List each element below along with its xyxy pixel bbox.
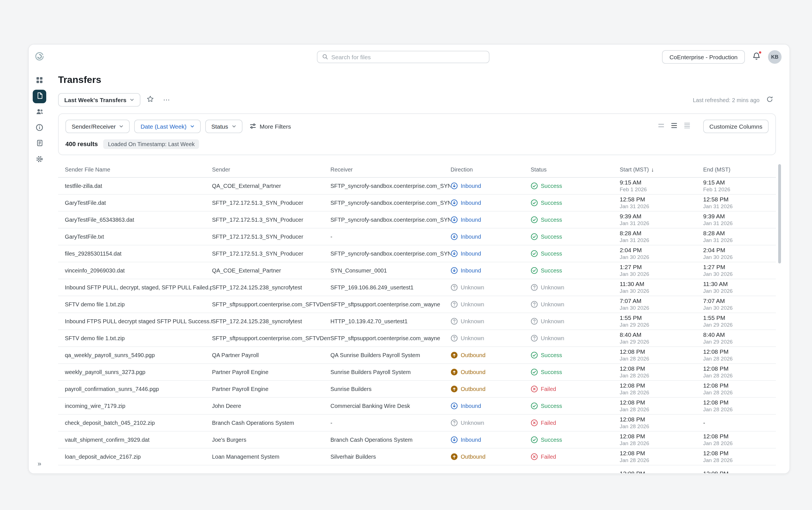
applied-filter-chip[interactable]: Loaded On Timestamp: Last Week	[103, 139, 199, 149]
table-row[interactable]: GaryTestFile.datSFTP_172.172.51.3_SYN_Pr…	[58, 195, 776, 211]
table-row[interactable]: qa_weekly_payroll_sunrs_5490.pgpQA Partn…	[58, 347, 776, 364]
table-row[interactable]: payroll_confirmation_sunrs_7446.pgpPartn…	[58, 381, 776, 398]
org-selector-button[interactable]: CoEnterprise - Production	[662, 50, 745, 64]
table-row[interactable]: GaryTestFile.txtSFTP_172.172.51.3_SYN_Pr…	[58, 228, 776, 246]
status-label: Success	[541, 267, 562, 274]
sidebar-item-info[interactable]	[33, 121, 46, 135]
search-bar[interactable]	[317, 51, 489, 63]
unknown-icon	[531, 318, 538, 325]
inbound-icon	[451, 250, 458, 257]
view-toolbar: Last Week's Transfers ⋯ Last refreshed: …	[58, 93, 776, 107]
sidebar-item-users[interactable]	[33, 106, 46, 119]
success-icon	[531, 436, 538, 444]
table-row[interactable]: loan_deposit_advice_2167.zipLoan Managem…	[58, 449, 776, 465]
cell-start: 12:08 PMJan 28 2026	[620, 450, 703, 464]
column-header-sender[interactable]: Sender	[212, 166, 330, 173]
table-row[interactable]: check_deposit_batch_045_2102.zipBranch C…	[58, 415, 776, 432]
cell-receiver: SFTP_sftpsupport.coenterprise.com_wayne	[330, 335, 451, 341]
report-icon	[36, 139, 43, 148]
cell-sender: Partner Payroll Engine	[212, 386, 330, 392]
status-label: Failed	[541, 420, 556, 426]
density-compact-button[interactable]	[684, 122, 691, 131]
column-header-start-mst[interactable]: Start (MST)↓	[620, 166, 703, 173]
status-label: Failed	[541, 386, 556, 392]
table-row[interactable]: files_29285301154.datSFTP_172.172.51.3_S…	[58, 246, 776, 262]
direction-label: Outbound	[461, 352, 485, 358]
favorite-view-button[interactable]	[144, 94, 157, 106]
table-scrollbar[interactable]	[778, 164, 781, 263]
refresh-button[interactable]	[763, 94, 776, 105]
table-row[interactable]: GaryTestFile_65343863.datSFTP_172.172.51…	[58, 211, 776, 228]
status-label: Success	[541, 369, 562, 375]
table-row[interactable]: weekly_payroll_sunrs_3273.pgpPartner Pay…	[58, 364, 776, 381]
filter-row: Sender/Receiver Date (Last Week) Status	[65, 120, 769, 133]
density-default-button[interactable]	[670, 122, 678, 131]
cell-end: 12:08 PMJan 28 2026	[703, 399, 776, 413]
avatar[interactable]: KB	[768, 50, 782, 64]
view-selector-dropdown[interactable]: Last Week's Transfers	[58, 93, 141, 107]
density-comfortable-button[interactable]	[658, 122, 665, 131]
view-more-menu-button[interactable]: ⋯	[160, 95, 173, 105]
table-row[interactable]: SFTV demo file 1.txt.zipSFTP_sftpsupport…	[58, 296, 776, 313]
cell-start: 2:04 PMJan 30 2026	[620, 247, 703, 261]
cell-end: 12:08 PMJan 28 2026	[703, 365, 776, 379]
success-icon	[531, 199, 538, 206]
cell-receiver: -	[330, 233, 451, 240]
direction-label: Unknown	[461, 301, 484, 308]
cell-sender: QA_COE_External_Partner	[212, 183, 330, 189]
file-icon	[36, 92, 43, 101]
sidebar-item-reports[interactable]	[33, 137, 46, 151]
sidebar-expand-button[interactable]: »	[37, 460, 41, 468]
cell-sender-file-name: vinceinfo_20969030.dat	[58, 267, 212, 274]
table-row[interactable]: vault_shipment_confirm_3929.datJoe's Bur…	[58, 432, 776, 449]
table-row[interactable]: Inbound SFTP PULL, decrypt, staged, SFTP…	[58, 279, 776, 296]
column-header-sender-file-name[interactable]: Sender File Name	[58, 166, 212, 173]
customize-columns-button[interactable]: Customize Columns	[703, 120, 769, 133]
failed-icon	[531, 453, 538, 460]
cell-start: 12:08 PMJan 28 2026	[620, 399, 703, 413]
cell-direction: Unknown	[451, 419, 531, 426]
sort-desc-icon[interactable]: ↓	[651, 166, 654, 173]
status-label: Success	[541, 403, 562, 409]
sidebar-item-settings[interactable]	[33, 153, 46, 166]
filter-date[interactable]: Date (Last Week)	[134, 120, 201, 133]
cell-sender-file-name: files_29285301154.dat	[58, 251, 212, 257]
sidebar-item-dashboard[interactable]	[33, 74, 46, 87]
users-icon	[35, 107, 44, 117]
filter-sender-receiver[interactable]: Sender/Receiver	[65, 120, 130, 133]
cell-sender-file-name: SFTV demo file 1.txt.zip	[58, 301, 212, 308]
search-input[interactable]	[331, 54, 484, 60]
failed-icon	[531, 419, 538, 426]
column-header-receiver[interactable]: Receiver	[330, 166, 451, 173]
cell-receiver: SFTP_syncrofy-sandbox.coenterprise.com_S…	[330, 200, 451, 206]
star-icon	[147, 95, 154, 104]
success-icon	[531, 182, 538, 190]
filter-status[interactable]: Status	[205, 120, 242, 133]
column-header-direction[interactable]: Direction	[451, 166, 531, 173]
cell-end: 12:58 PMJan 31 2026	[703, 196, 776, 210]
table-row[interactable]: SFTV demo file 1.txt.zipSFTP_sftpsupport…	[58, 330, 776, 347]
status-label: Unknown	[541, 318, 564, 324]
status-label: Unknown	[541, 301, 564, 308]
table-row[interactable]: incoming_wire_7179.zipJohn DeereCommerci…	[58, 398, 776, 415]
table-row[interactable]: Inbound FTPS PULL decrypt staged SFTP PU…	[58, 313, 776, 330]
table-row[interactable]: testfile-zilla.datQA_COE_External_Partne…	[58, 178, 776, 195]
status-label: Success	[541, 183, 562, 189]
cell-start: 7:07 AMJan 30 2026	[620, 297, 703, 311]
success-icon	[531, 233, 538, 240]
more-filters-button[interactable]: More Filters	[249, 122, 291, 131]
sidebar-item-transfers[interactable]	[33, 90, 46, 103]
notifications-button[interactable]	[752, 52, 761, 62]
table-row[interactable]: vinceinfo_20969030.datQA_COE_External_Pa…	[58, 262, 776, 279]
direction-label: Inbound	[461, 233, 481, 240]
results-count: 400 results	[65, 140, 98, 147]
cell-direction: Outbound	[451, 453, 531, 460]
column-header-status[interactable]: Status	[531, 166, 620, 173]
table-row[interactable]: 12:08 PM12:08 PM	[58, 465, 776, 473]
cell-end: 8:28 AMJan 31 2026	[703, 230, 776, 244]
column-header-end-mst[interactable]: End (MST)	[703, 166, 776, 173]
unknown-icon	[531, 335, 538, 342]
success-icon	[531, 368, 538, 376]
cell-sender-file-name: Inbound FTPS PULL decrypt staged SFTP PU…	[58, 318, 212, 324]
outbound-icon	[451, 385, 458, 393]
